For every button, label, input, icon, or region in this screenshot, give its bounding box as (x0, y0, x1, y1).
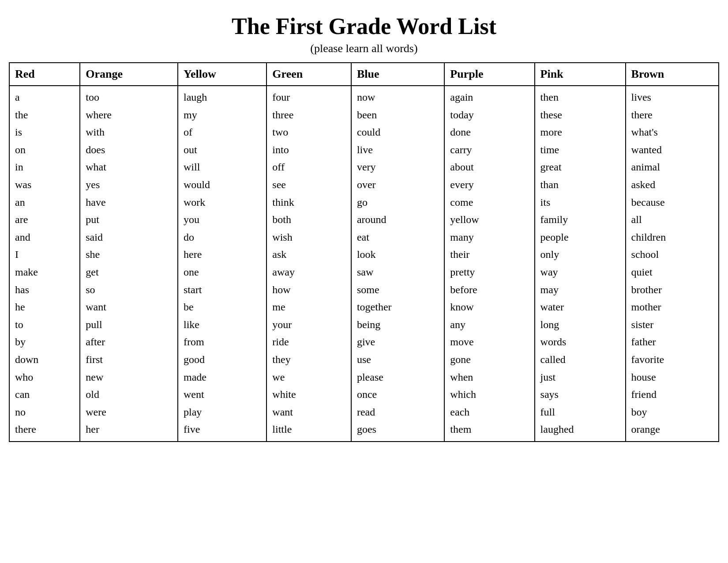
word-cell-purple: again today done carry about every come … (444, 86, 534, 442)
word-cell-orange: too where with does what yes have put sa… (80, 86, 178, 442)
column-header-pink: Pink (535, 63, 626, 86)
page-title: The First Grade Word List (9, 13, 719, 39)
column-header-orange: Orange (80, 63, 178, 86)
word-cell-pink: then these more time great than its fami… (535, 86, 626, 442)
column-header-yellow: Yellow (178, 63, 266, 86)
word-list-table: RedOrangeYellowGreenBluePurplePinkBrown … (9, 62, 719, 442)
page-subtitle: (please learn all words) (9, 42, 719, 55)
column-header-red: Red (9, 63, 80, 86)
word-cell-red: a the is on in was an are and I make has… (9, 86, 80, 442)
column-header-brown: Brown (626, 63, 719, 86)
word-cell-blue: now been could live very over go around … (351, 86, 444, 442)
word-cell-green: four three two into off see think both w… (266, 86, 351, 442)
column-header-purple: Purple (444, 63, 534, 86)
column-header-green: Green (266, 63, 351, 86)
word-cell-brown: lives there what's wanted animal asked b… (626, 86, 719, 442)
word-cell-yellow: laugh my of out will would work you do h… (178, 86, 266, 442)
column-header-blue: Blue (351, 63, 444, 86)
